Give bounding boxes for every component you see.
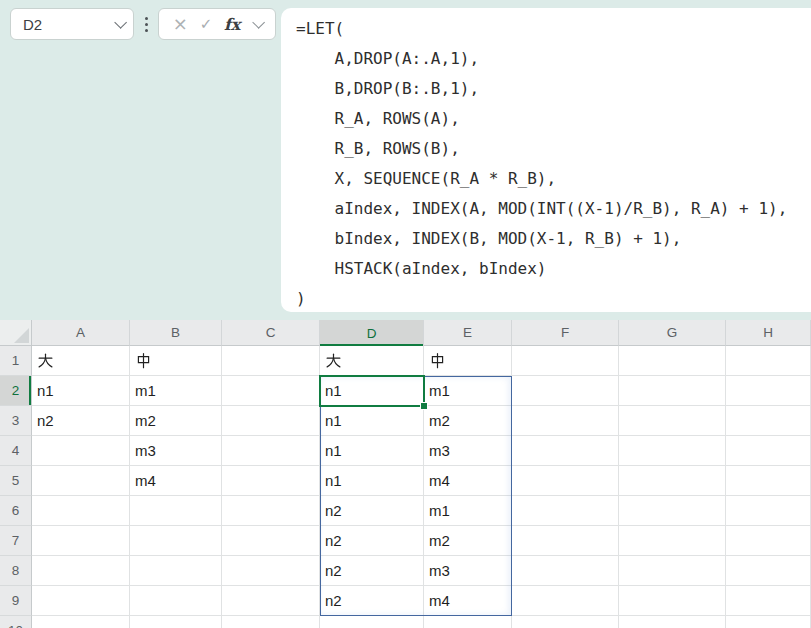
cell-F3[interactable] [512, 406, 619, 436]
cell-H7[interactable] [726, 526, 811, 556]
cell-E8[interactable]: m3 [424, 556, 512, 586]
row-header-3[interactable]: 3 [0, 406, 32, 436]
cell-B9[interactable] [130, 586, 222, 616]
cell-E2[interactable]: m1 [424, 376, 512, 406]
cell-B3[interactable]: m2 [130, 406, 222, 436]
cell-A5[interactable] [32, 466, 130, 496]
cell-G1[interactable] [619, 346, 726, 376]
cell-C7[interactable] [222, 526, 320, 556]
cell-D10[interactable] [320, 616, 424, 628]
cell-G2[interactable] [619, 376, 726, 406]
cell-H3[interactable] [726, 406, 811, 436]
cell-F4[interactable] [512, 436, 619, 466]
column-header-E[interactable]: E [424, 320, 512, 346]
cell-E1[interactable] [424, 346, 512, 376]
insert-function-button[interactable]: fx [224, 15, 240, 34]
cell-F9[interactable] [512, 586, 619, 616]
name-box[interactable]: D2 [10, 8, 134, 40]
cell-C3[interactable] [222, 406, 320, 436]
cell-D6[interactable]: n2 [320, 496, 424, 526]
cell-E6[interactable]: m1 [424, 496, 512, 526]
cell-A6[interactable] [32, 496, 130, 526]
cell-H8[interactable] [726, 556, 811, 586]
cell-G3[interactable] [619, 406, 726, 436]
cell-F1[interactable] [512, 346, 619, 376]
cell-F2[interactable] [512, 376, 619, 406]
cell-D3[interactable]: n1 [320, 406, 424, 436]
cell-G5[interactable] [619, 466, 726, 496]
cell-C4[interactable] [222, 436, 320, 466]
cell-D1[interactable] [320, 346, 424, 376]
cell-A7[interactable] [32, 526, 130, 556]
cell-E7[interactable]: m2 [424, 526, 512, 556]
cancel-icon[interactable]: × [173, 15, 188, 33]
cell-A1[interactable] [32, 346, 130, 376]
row-header-4[interactable]: 4 [0, 436, 32, 466]
cell-E5[interactable]: m4 [424, 466, 512, 496]
column-header-C[interactable]: C [222, 320, 320, 346]
cell-F6[interactable] [512, 496, 619, 526]
cell-E3[interactable]: m2 [424, 406, 512, 436]
row-header-8[interactable]: 8 [0, 556, 32, 586]
row-header-7[interactable]: 7 [0, 526, 32, 556]
cell-C9[interactable] [222, 586, 320, 616]
row-header-6[interactable]: 6 [0, 496, 32, 526]
column-header-B[interactable]: B [130, 320, 222, 346]
cell-D8[interactable]: n2 [320, 556, 424, 586]
cell-D5[interactable]: n1 [320, 466, 424, 496]
row-header-2[interactable]: 2 [0, 376, 32, 406]
column-header-D[interactable]: D [320, 320, 424, 346]
cell-G9[interactable] [619, 586, 726, 616]
cell-A10[interactable] [32, 616, 130, 628]
cell-B6[interactable] [130, 496, 222, 526]
cell-E10[interactable] [424, 616, 512, 628]
column-header-G[interactable]: G [619, 320, 726, 346]
cell-B8[interactable] [130, 556, 222, 586]
cell-F10[interactable] [512, 616, 619, 628]
cell-A3[interactable]: n2 [32, 406, 130, 436]
cell-G6[interactable] [619, 496, 726, 526]
cell-D9[interactable]: n2 [320, 586, 424, 616]
column-header-H[interactable]: H [726, 320, 811, 346]
cell-C8[interactable] [222, 556, 320, 586]
cell-B5[interactable]: m4 [130, 466, 222, 496]
cell-B7[interactable] [130, 526, 222, 556]
cell-F5[interactable] [512, 466, 619, 496]
cell-H6[interactable] [726, 496, 811, 526]
column-header-A[interactable]: A [32, 320, 130, 346]
cell-F8[interactable] [512, 556, 619, 586]
cell-H2[interactable] [726, 376, 811, 406]
select-all-corner[interactable] [0, 320, 32, 346]
row-header-5[interactable]: 5 [0, 466, 32, 496]
formula-input[interactable]: =LET( A,DROP(A:.A,1), B,DROP(B:.B,1), R_… [281, 8, 811, 312]
row-header-1[interactable]: 1 [0, 346, 32, 376]
cell-C6[interactable] [222, 496, 320, 526]
fill-handle[interactable] [420, 402, 428, 410]
cell-H9[interactable] [726, 586, 811, 616]
row-header-9[interactable]: 9 [0, 586, 32, 616]
cell-H1[interactable] [726, 346, 811, 376]
chevron-down-icon[interactable] [252, 16, 265, 29]
cell-C10[interactable] [222, 616, 320, 628]
cell-D2[interactable]: n1 [320, 376, 424, 406]
cell-B1[interactable] [130, 346, 222, 376]
cell-H4[interactable] [726, 436, 811, 466]
cell-C5[interactable] [222, 466, 320, 496]
cell-A4[interactable] [32, 436, 130, 466]
cell-B4[interactable]: m3 [130, 436, 222, 466]
cell-A8[interactable] [32, 556, 130, 586]
cell-G7[interactable] [619, 526, 726, 556]
cell-G10[interactable] [619, 616, 726, 628]
cell-B10[interactable] [130, 616, 222, 628]
column-header-F[interactable]: F [512, 320, 619, 346]
cell-A2[interactable]: n1 [32, 376, 130, 406]
cell-D4[interactable]: n1 [320, 436, 424, 466]
cell-H5[interactable] [726, 466, 811, 496]
cell-D7[interactable]: n2 [320, 526, 424, 556]
cell-E9[interactable]: m4 [424, 586, 512, 616]
cell-B2[interactable]: m1 [130, 376, 222, 406]
row-header-10[interactable]: 10 [0, 616, 32, 628]
cell-H10[interactable] [726, 616, 811, 628]
cell-A9[interactable] [32, 586, 130, 616]
cell-C2[interactable] [222, 376, 320, 406]
